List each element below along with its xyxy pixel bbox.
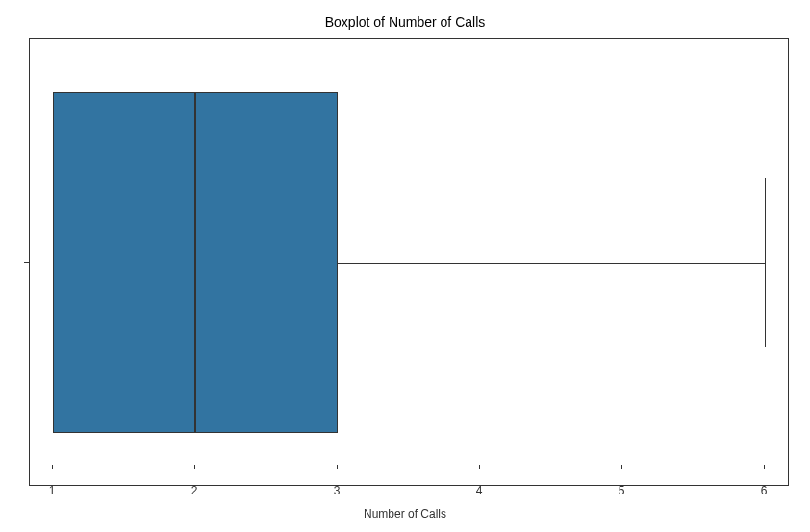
x-tick-4: 4 — [476, 484, 483, 497]
whisker-right-cap — [765, 178, 766, 347]
median-line — [195, 92, 196, 433]
x-tick-1: 1 — [49, 484, 56, 497]
whisker-right-line — [338, 263, 765, 264]
tick-mark — [479, 465, 480, 469]
tick-mark — [194, 465, 195, 469]
x-axis-label: Number of Calls — [364, 507, 446, 520]
tick-mark — [764, 465, 765, 469]
whisker-left-cap — [53, 178, 54, 347]
x-axis: 1 2 3 4 5 6 — [29, 484, 789, 503]
tick-mark — [337, 465, 338, 469]
box-lower-quartile — [53, 92, 195, 433]
tick-mark — [621, 465, 622, 469]
boxplot-chart: Boxplot of Number of Calls 1 2 3 4 5 6 N… — [10, 10, 800, 522]
x-tick-5: 5 — [619, 484, 625, 497]
x-tick-3: 3 — [334, 484, 341, 497]
box-upper-quartile — [195, 92, 338, 433]
chart-title: Boxplot of Number of Calls — [10, 10, 800, 35]
x-tick-6: 6 — [761, 484, 768, 497]
x-tick-2: 2 — [191, 484, 198, 497]
y-tick-mark — [24, 262, 29, 263]
tick-mark — [52, 465, 53, 469]
plot-area — [29, 38, 789, 486]
